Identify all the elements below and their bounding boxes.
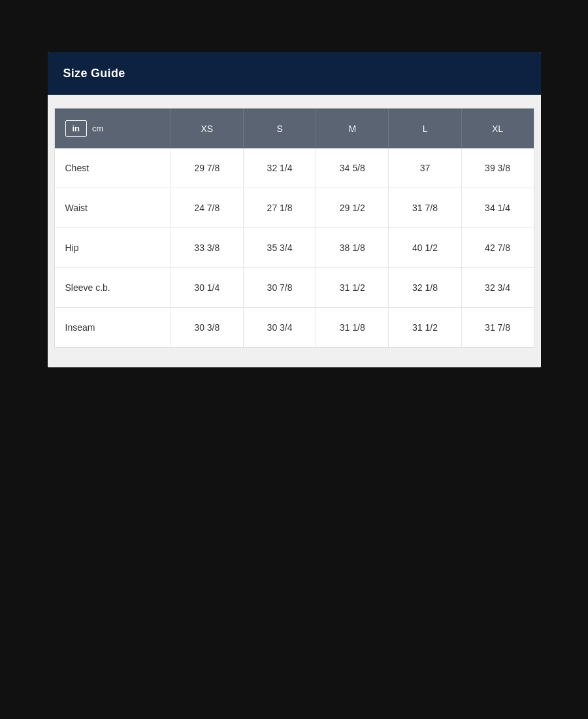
cell-0-0: 29 7/8 — [171, 148, 243, 188]
table-body: Chest29 7/832 1/434 5/83739 3/8Waist24 7… — [55, 148, 534, 347]
page-title: Size Guide — [63, 67, 125, 80]
unit-cm-button[interactable]: cm — [92, 124, 103, 133]
cell-2-2: 38 1/8 — [316, 228, 389, 268]
row-label-3: Sleeve c.b. — [55, 268, 171, 308]
table-row: Chest29 7/832 1/434 5/83739 3/8 — [55, 148, 534, 188]
cell-4-4: 31 7/8 — [461, 308, 533, 348]
unit-header-cell: in cm — [55, 109, 171, 148]
cell-3-0: 30 1/4 — [171, 268, 243, 308]
cell-0-4: 39 3/8 — [461, 148, 533, 188]
cell-1-2: 29 1/2 — [316, 188, 389, 228]
row-label-2: Hip — [55, 228, 171, 268]
cell-1-1: 27 1/8 — [243, 188, 316, 228]
cell-3-1: 30 7/8 — [243, 268, 316, 308]
unit-toggle: in cm — [65, 120, 104, 137]
table-header-row: in cm XS S M L XL — [55, 109, 534, 148]
card-header: Size Guide — [48, 52, 541, 95]
row-label-0: Chest — [55, 148, 171, 188]
row-label-1: Waist — [55, 188, 171, 228]
unit-in-button[interactable]: in — [65, 120, 88, 137]
row-label-4: Inseam — [55, 308, 171, 348]
card-body: in cm XS S M L XL Chest29 7/832 1/434 5/… — [48, 95, 541, 367]
cell-1-0: 24 7/8 — [171, 188, 243, 228]
table-row: Inseam30 3/830 3/431 1/831 1/231 7/8 — [55, 308, 534, 348]
cell-2-0: 33 3/8 — [171, 228, 243, 268]
cell-3-4: 32 3/4 — [461, 268, 533, 308]
cell-0-3: 37 — [389, 148, 461, 188]
cell-2-1: 35 3/4 — [243, 228, 316, 268]
table-row: Waist24 7/827 1/829 1/231 7/834 1/4 — [55, 188, 534, 228]
cell-3-2: 31 1/2 — [316, 268, 389, 308]
cell-1-4: 34 1/4 — [461, 188, 533, 228]
cell-2-4: 42 7/8 — [461, 228, 533, 268]
col-header-s: S — [243, 109, 316, 148]
table-row: Hip33 3/835 3/438 1/840 1/242 7/8 — [55, 228, 534, 268]
col-header-l: L — [389, 109, 461, 148]
cell-4-2: 31 1/8 — [316, 308, 389, 348]
size-guide-card: Size Guide in cm XS S M L — [48, 52, 541, 367]
cell-4-3: 31 1/2 — [389, 308, 461, 348]
cell-0-2: 34 5/8 — [316, 148, 389, 188]
table-container: in cm XS S M L XL Chest29 7/832 1/434 5/… — [54, 108, 534, 348]
col-header-xs: XS — [171, 109, 243, 148]
col-header-xl: XL — [461, 109, 533, 148]
cell-0-1: 32 1/4 — [243, 148, 316, 188]
col-header-m: M — [316, 109, 389, 148]
cell-4-1: 30 3/4 — [243, 308, 316, 348]
cell-2-3: 40 1/2 — [389, 228, 461, 268]
cell-1-3: 31 7/8 — [389, 188, 461, 228]
cell-4-0: 30 3/8 — [171, 308, 243, 348]
table-row: Sleeve c.b.30 1/430 7/831 1/232 1/832 3/… — [55, 268, 534, 308]
size-guide-table: in cm XS S M L XL Chest29 7/832 1/434 5/… — [55, 109, 534, 347]
cell-3-3: 32 1/8 — [389, 268, 461, 308]
